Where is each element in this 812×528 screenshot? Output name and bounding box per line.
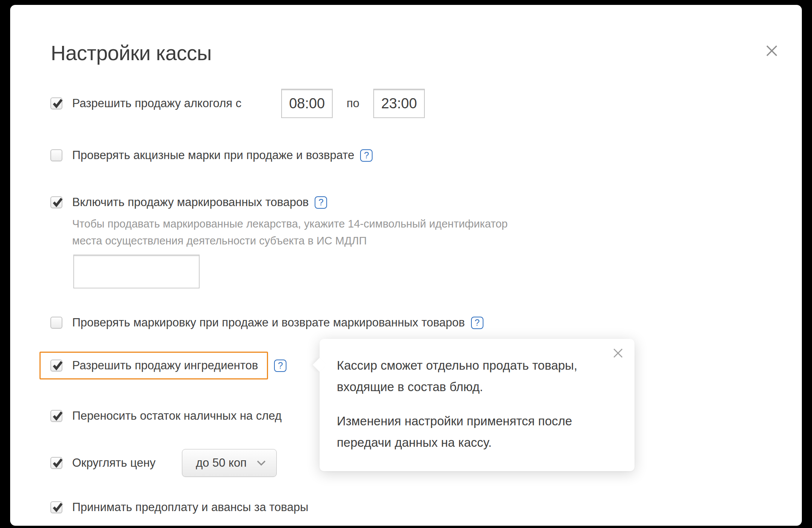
checkmark-icon [51, 97, 64, 110]
help-icon[interactable]: ? [274, 360, 286, 372]
time-to-input[interactable] [373, 89, 425, 118]
checkmark-icon [51, 359, 64, 372]
checkbox-check-marking[interactable] [50, 317, 62, 329]
checkbox-alcohol[interactable] [50, 97, 62, 109]
mdlp-helper-text: Чтобы продавать маркированные лекарства,… [72, 215, 508, 249]
row-round-price: Округлять цену до 50 коп [50, 448, 277, 478]
tooltip: Кассир сможет отдельно продать товары, в… [320, 339, 635, 471]
row-marked-goods: Включить продажу маркированных товаров ? [50, 187, 327, 217]
rounding-dropdown-value: до 50 коп [196, 456, 252, 470]
time-from-input[interactable] [281, 89, 333, 118]
tooltip-paragraph-1: Кассир сможет отдельно продать товары, в… [337, 355, 612, 398]
checkbox-prepayment[interactable] [50, 501, 62, 513]
label-round-price[interactable]: Округлять цену [72, 456, 173, 470]
label-prepayment[interactable]: Принимать предоплату и авансы за товары [72, 501, 308, 514]
checkmark-icon [51, 457, 64, 469]
rounding-dropdown[interactable]: до 50 коп [182, 449, 277, 477]
row-prepayment: Принимать предоплату и авансы за товары [50, 492, 308, 522]
page-title: Настройки кассы [51, 41, 212, 65]
row-alcohol: Разрешить продажу алкоголя с по [50, 88, 425, 118]
checkbox-round-price[interactable] [50, 457, 62, 469]
label-ingredients[interactable]: Разрешить продажу ингредиентов [72, 359, 258, 372]
settings-dialog: Настройки кассы Разрешить продажу алкого… [10, 5, 802, 526]
help-icon[interactable]: ? [471, 317, 483, 329]
help-icon[interactable]: ? [360, 149, 373, 162]
chevron-down-icon [257, 460, 266, 466]
checkbox-marked-goods[interactable] [50, 196, 62, 208]
row-excise-stamps: Проверять акцизные марки при продаже и в… [50, 140, 373, 170]
label-excise-stamps[interactable]: Проверять акцизные марки при продаже и в… [72, 149, 354, 162]
label-marked-goods[interactable]: Включить продажу маркированных товаров [72, 196, 309, 209]
row-ingredients: Разрешить продажу ингредиентов ? [39, 350, 286, 381]
highlight-frame: Разрешить продажу ингредиентов [39, 352, 268, 379]
help-icon[interactable]: ? [315, 196, 327, 209]
checkbox-cash-balance[interactable] [50, 410, 62, 422]
checkmark-icon [51, 501, 64, 514]
mdlp-input[interactable] [73, 255, 200, 288]
checkbox-excise-stamps[interactable] [50, 149, 62, 161]
checkmark-icon [51, 196, 64, 209]
checkmark-icon [51, 410, 64, 422]
close-icon [765, 44, 779, 58]
row-check-marking: Проверять маркировку при продаже и возвр… [50, 308, 483, 338]
tooltip-paragraph-2: Изменения настройки применятся после пер… [337, 410, 612, 453]
label-cash-balance[interactable]: Переносить остаток наличных на след [72, 409, 282, 423]
close-icon [612, 347, 624, 359]
checkbox-ingredients[interactable] [50, 360, 62, 372]
label-alcohol[interactable]: Разрешить продажу алкоголя с [72, 97, 272, 110]
dialog-close-button[interactable] [762, 41, 782, 61]
tooltip-close-button[interactable] [611, 346, 626, 361]
row-cash-balance: Переносить остаток наличных на след [50, 401, 282, 431]
label-check-marking[interactable]: Проверять маркировку при продаже и возвр… [72, 316, 465, 329]
label-to: по [342, 97, 364, 110]
